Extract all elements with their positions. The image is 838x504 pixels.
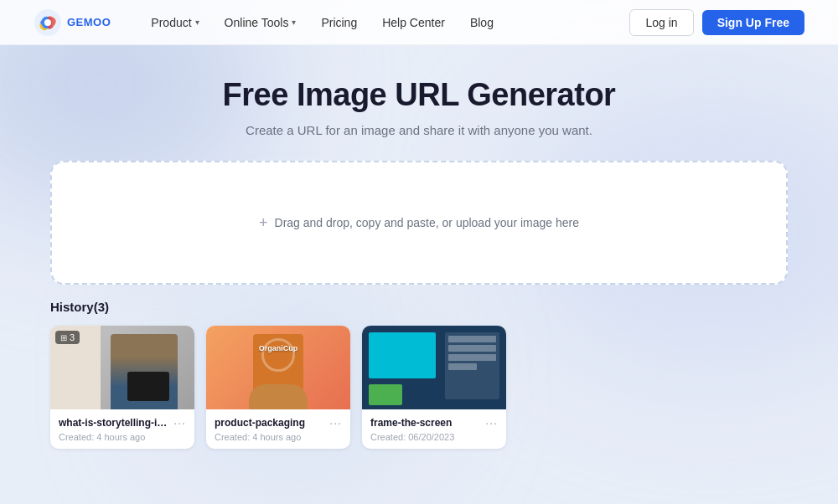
thumb-blue-rect bbox=[369, 332, 436, 378]
history-section: History(3) ⊞ 3 what-is-storytelling-in-u… bbox=[34, 285, 804, 449]
chevron-down-icon: ▾ bbox=[195, 18, 199, 27]
nav-product[interactable]: Product ▾ bbox=[141, 11, 209, 34]
hero-title: Free Image URL Generator bbox=[34, 77, 804, 113]
thumb-logo bbox=[261, 338, 295, 372]
card-name-row-1: what-is-storytelling-in-ux-... ··· bbox=[59, 416, 186, 429]
card-thumbnail-1: ⊞ 3 bbox=[50, 326, 194, 409]
chevron-down-icon: ▾ bbox=[292, 18, 296, 27]
card-date-3: Created: 06/20/2023 bbox=[370, 432, 498, 442]
svg-point-1 bbox=[44, 19, 51, 26]
panel-item bbox=[448, 336, 496, 342]
nav-pricing[interactable]: Pricing bbox=[311, 11, 367, 34]
hero-subtitle: Create a URL for an image and share it w… bbox=[34, 123, 804, 137]
card-name-row-2: product-packaging ··· bbox=[215, 416, 342, 429]
history-grid: ⊞ 3 what-is-storytelling-in-ux-... ··· C… bbox=[50, 326, 788, 449]
thumb-small-rect bbox=[369, 384, 402, 405]
main-nav: Product ▾ Online Tools ▾ Pricing Help Ce… bbox=[141, 11, 629, 34]
thumb-hand bbox=[249, 384, 308, 409]
signup-button[interactable]: Sign Up Free bbox=[702, 10, 804, 35]
upload-placeholder: Drag and drop, copy and paste, or upload… bbox=[275, 216, 579, 229]
card-menu-button-1[interactable]: ··· bbox=[173, 416, 186, 429]
upload-inner: + Drag and drop, copy and paste, or uplo… bbox=[259, 214, 579, 232]
history-title: History(3) bbox=[50, 300, 788, 314]
history-card-1[interactable]: ⊞ 3 what-is-storytelling-in-ux-... ··· C… bbox=[50, 326, 194, 449]
panel-item bbox=[448, 354, 496, 361]
nav-online-tools[interactable]: Online Tools ▾ bbox=[215, 11, 307, 34]
card-thumbnail-2: OrganiCup bbox=[206, 326, 350, 409]
logo[interactable]: GEMOO bbox=[34, 8, 111, 37]
history-card-2[interactable]: OrganiCup product-packaging ··· Created:… bbox=[206, 326, 350, 449]
card-name-3: frame-the-screen bbox=[370, 417, 452, 429]
login-button[interactable]: Log in bbox=[629, 9, 693, 36]
card-name-2: product-packaging bbox=[215, 417, 305, 429]
image-count-badge: ⊞ 3 bbox=[55, 331, 80, 344]
card-info-2: product-packaging ··· Created: 4 hours a… bbox=[206, 409, 350, 449]
logo-icon bbox=[34, 8, 62, 37]
main-content: Free Image URL Generator Create a URL fo… bbox=[0, 45, 838, 449]
nav-blog[interactable]: Blog bbox=[460, 11, 504, 34]
plus-icon: + bbox=[259, 214, 268, 232]
nav-help-center[interactable]: Help Center bbox=[372, 11, 455, 34]
thumb-device bbox=[127, 372, 169, 401]
card-info-1: what-is-storytelling-in-ux-... ··· Creat… bbox=[50, 409, 194, 449]
card-menu-button-3[interactable]: ··· bbox=[485, 416, 498, 429]
thumb-panel bbox=[445, 332, 499, 399]
header: GEMOO Product ▾ Online Tools ▾ Pricing H… bbox=[0, 0, 838, 45]
card-name-row-3: frame-the-screen ··· bbox=[370, 416, 498, 429]
upload-dropzone[interactable]: + Drag and drop, copy and paste, or uplo… bbox=[50, 161, 788, 285]
history-card-3[interactable]: frame-the-screen ··· Created: 06/20/2023 bbox=[362, 326, 506, 449]
layers-icon: ⊞ bbox=[60, 333, 67, 342]
card-menu-button-2[interactable]: ··· bbox=[329, 416, 342, 429]
card-thumbnail-3 bbox=[362, 326, 506, 409]
card-name-1: what-is-storytelling-in-ux-... bbox=[59, 417, 168, 429]
panel-item bbox=[448, 345, 496, 352]
header-actions: Log in Sign Up Free bbox=[629, 9, 804, 36]
card-info-3: frame-the-screen ··· Created: 06/20/2023 bbox=[362, 409, 506, 449]
card-date-2: Created: 4 hours ago bbox=[215, 432, 342, 442]
card-date-1: Created: 4 hours ago bbox=[59, 432, 186, 442]
thumb-brand-text: OrganiCup bbox=[259, 344, 298, 352]
panel-item bbox=[448, 363, 477, 370]
hero-section: Free Image URL Generator Create a URL fo… bbox=[34, 45, 804, 161]
logo-text: GEMOO bbox=[67, 16, 111, 28]
